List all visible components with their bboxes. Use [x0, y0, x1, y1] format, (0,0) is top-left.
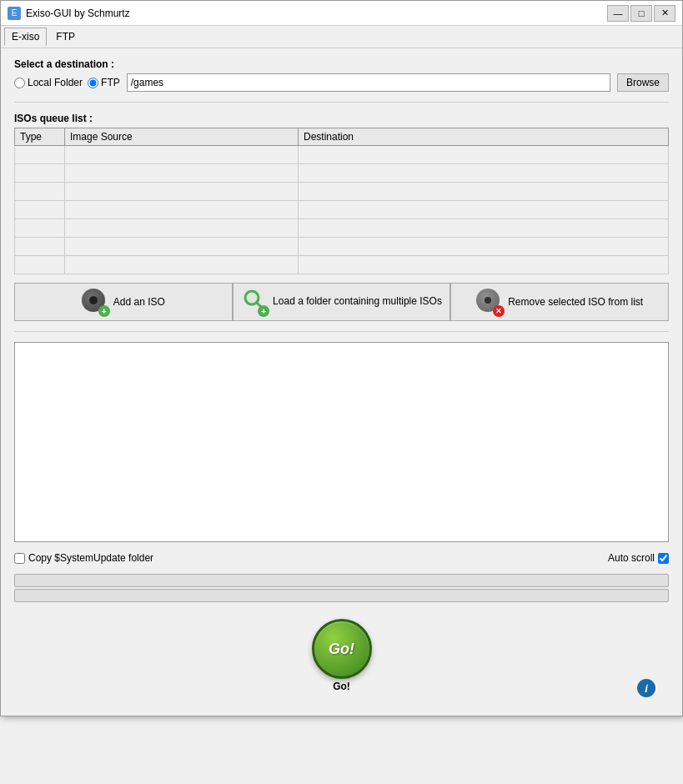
main-window: E Exiso-GUI by Schmurtz — □ ✕ E-xiso FTP… [0, 0, 683, 716]
queue-section: ISOs queue list : Type Image Source Dest… [14, 113, 669, 274]
auto-scroll-label: Auto scroll [608, 552, 655, 564]
title-bar: E Exiso-GUI by Schmurtz — □ ✕ [1, 1, 682, 26]
destination-section: Select a destination : Local Folder FTP … [14, 58, 669, 92]
title-bar-left: E Exiso-GUI by Schmurtz [8, 7, 130, 20]
table-row [15, 256, 669, 274]
remove-iso-button[interactable]: ✕ Remove selected ISO from list [450, 283, 669, 321]
queue-header: Type Image Source Destination [15, 128, 669, 146]
add-overlay-icon: + [98, 305, 110, 317]
go-label: Go! [333, 681, 350, 692]
local-folder-radio[interactable] [14, 78, 25, 88]
ftp-label: FTP [101, 77, 120, 88]
add-iso-label: Add an ISO [113, 296, 165, 308]
table-row [15, 164, 669, 183]
progress-bar-1 [14, 574, 669, 587]
log-area[interactable] [14, 342, 669, 542]
table-row [15, 238, 669, 256]
ftp-radio[interactable] [88, 78, 98, 88]
info-icon[interactable]: i [637, 679, 655, 697]
go-section: Go! Go! i [14, 611, 669, 706]
close-button[interactable]: ✕ [654, 5, 675, 22]
auto-scroll-checkbox[interactable] [658, 553, 669, 564]
col-header-source: Image Source [65, 128, 299, 146]
progress-bar-2 [14, 589, 669, 602]
add-iso-button[interactable]: + Add an ISO [14, 283, 233, 321]
path-input[interactable] [127, 73, 610, 92]
app-icon: E [8, 7, 21, 20]
auto-scroll-option: Auto scroll [608, 552, 669, 564]
local-folder-label: Local Folder [28, 77, 83, 88]
action-buttons: + Add an ISO + Load a folder containing … [14, 283, 669, 321]
tab-ftp[interactable]: FTP [48, 28, 83, 46]
tab-exiso[interactable]: E-xiso [4, 28, 47, 46]
col-header-type: Type [15, 128, 65, 146]
load-folder-label: Load a folder containing multiple ISOs [273, 295, 442, 309]
menu-bar: E-xiso FTP [1, 26, 682, 48]
destination-row: Local Folder FTP Browse [14, 73, 669, 92]
table-row [15, 201, 669, 219]
minimize-button[interactable]: — [607, 5, 629, 22]
load-folder-icon-wrapper: + [241, 289, 268, 315]
copy-system-update-label: Copy $SystemUpdate folder [28, 552, 153, 564]
table-row [15, 183, 669, 201]
disk-center-2 [485, 297, 491, 304]
add-iso-icon-wrapper: + [82, 289, 108, 315]
progress-bars [14, 574, 669, 602]
browse-button[interactable]: Browse [617, 73, 669, 92]
divider-1 [14, 102, 669, 103]
queue-body [15, 146, 669, 274]
local-folder-option[interactable]: Local Folder [14, 77, 83, 88]
queue-title: ISOs queue list : [14, 113, 669, 124]
table-row [15, 146, 669, 164]
copy-system-update-checkbox[interactable] [14, 553, 25, 564]
queue-table: Type Image Source Destination [14, 128, 669, 274]
main-content: Select a destination : Local Folder FTP … [1, 48, 682, 716]
destination-title: Select a destination : [14, 58, 669, 70]
col-header-dest: Destination [299, 128, 669, 146]
ftp-option[interactable]: FTP [88, 77, 120, 88]
window-controls: — □ ✕ [607, 5, 675, 22]
disk-center [90, 297, 97, 304]
go-button-wrapper: Go! Go! [312, 619, 372, 692]
window-title: Exiso-GUI by Schmurtz [26, 8, 130, 19]
remove-iso-icon-wrapper: ✕ [476, 289, 503, 315]
restore-button[interactable]: □ [630, 5, 652, 22]
remove-iso-label: Remove selected ISO from list [508, 296, 643, 308]
divider-2 [14, 331, 669, 332]
go-button[interactable]: Go! [312, 619, 372, 679]
load-overlay-icon: + [258, 305, 269, 317]
go-button-text: Go! [329, 641, 354, 658]
copy-system-update-option[interactable]: Copy $SystemUpdate folder [14, 552, 153, 564]
load-folder-button[interactable]: + Load a folder containing multiple ISOs [233, 283, 451, 321]
table-row [15, 219, 669, 238]
remove-overlay-icon: ✕ [493, 305, 505, 317]
radio-group: Local Folder FTP [14, 77, 120, 88]
bottom-options: Copy $SystemUpdate folder Auto scroll [14, 552, 669, 564]
